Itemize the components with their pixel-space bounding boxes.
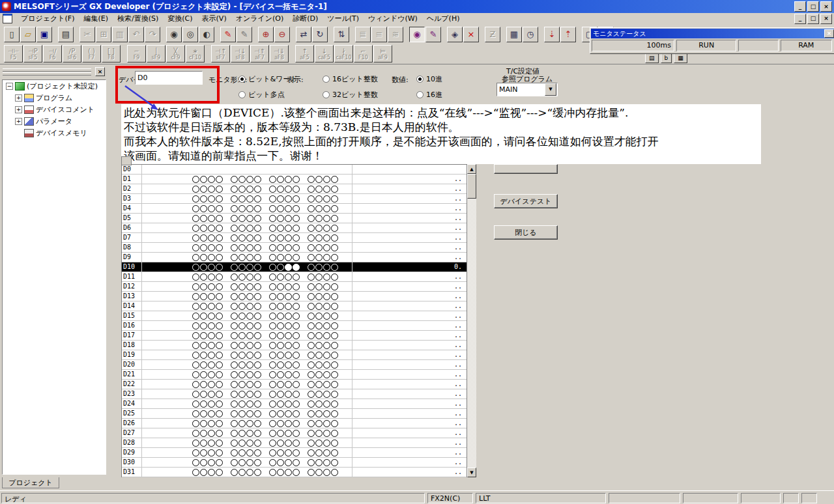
bit-circle-icon[interactable] [200,352,207,359]
bit-circle-icon[interactable] [200,440,207,447]
bit-circle-icon[interactable] [192,283,199,290]
bit-circle-icon[interactable] [231,342,238,349]
bit-circle-icon[interactable] [277,410,284,417]
bit-circle-icon[interactable] [208,352,215,359]
save-project-button[interactable]: ▣ [36,27,52,42]
bit-circle-icon[interactable] [293,391,300,398]
bit-circle-icon[interactable] [238,176,246,183]
bit-circle-icon[interactable] [308,391,315,398]
bit-circle-icon[interactable] [308,215,315,222]
bit-circle-icon[interactable] [200,215,207,222]
bit-circle-icon[interactable] [331,352,338,359]
bit-circle-icon[interactable] [285,352,292,359]
bit-circle-icon[interactable] [293,234,300,242]
bit-circle-icon[interactable] [246,420,253,427]
monitor-status-close-button[interactable]: × [824,29,834,38]
bit-circle-icon[interactable] [208,303,215,310]
bit-circle-icon[interactable] [216,303,223,310]
table-row-D11[interactable]: D11.. [122,272,467,282]
device-batch-replace-button[interactable]: ◐ [199,27,214,42]
bit-circle-icon[interactable] [308,225,315,232]
bit-circle-icon[interactable] [277,381,284,388]
bit-circle-icon[interactable] [192,381,199,388]
bit-circle-icon[interactable] [246,322,253,329]
bit-circle-icon[interactable] [208,205,215,212]
bit-circle-icon[interactable] [200,225,207,232]
bit-circle-icon[interactable] [192,215,199,222]
bit-circle-icon[interactable] [285,371,292,378]
bit-circle-icon[interactable] [208,459,215,466]
bit-circle-icon[interactable] [192,254,199,261]
bit-circle-icon[interactable] [308,352,315,359]
bit-circle-icon[interactable] [331,225,338,232]
table-row-D13[interactable]: D13.. [122,292,467,301]
bit-circle-icon[interactable] [269,195,276,203]
bit-circle-icon[interactable] [315,254,323,261]
bit-circle-icon[interactable] [238,391,246,398]
bit-circle-icon[interactable] [246,371,253,378]
bit-circle-icon[interactable] [208,186,215,193]
tree-root-item[interactable]: −(プロジェクト未設定) [3,80,106,92]
bit-circle-icon[interactable] [254,313,261,320]
ladder-marker-off-button[interactable]: ✎ [237,27,252,42]
bit-circle-icon[interactable] [246,273,253,281]
bit-circle-icon[interactable] [308,176,315,183]
bit-circle-icon[interactable] [323,449,330,456]
bit-circle-icon[interactable] [308,313,315,320]
radio-icon[interactable] [416,91,424,98]
bit-circle-icon[interactable] [216,400,223,408]
bit-circle-icon[interactable] [277,352,284,359]
radio-option[interactable]: 16ビット整数 [323,74,378,84]
bit-circle-icon[interactable] [285,322,292,329]
bit-circle-icon[interactable] [323,254,330,261]
bit-circle-icon[interactable] [269,352,276,359]
bit-circle-icon[interactable] [269,254,276,261]
project-panel-close-button[interactable]: × [95,67,105,76]
bit-circle-icon[interactable] [231,420,238,427]
bit-circle-icon[interactable] [192,313,199,320]
bit-circle-icon[interactable] [231,459,238,466]
bit-circle-icon[interactable] [331,420,338,427]
table-row-D15[interactable]: D15.. [122,311,467,321]
bit-circle-icon[interactable] [238,303,246,310]
bit-circle-icon[interactable] [323,244,330,251]
bit-circle-icon[interactable] [231,322,238,329]
bit-circle-icon[interactable] [200,273,207,281]
bit-circle-icon[interactable] [269,234,276,242]
scroll-down-icon[interactable]: ▼ [467,468,476,477]
bit-circle-icon[interactable] [293,410,300,417]
scroll-up-icon[interactable]: ▲ [467,164,476,174]
bit-circle-icon[interactable] [254,459,261,466]
bit-circle-icon[interactable] [269,186,276,193]
bit-circle-icon[interactable] [246,293,253,300]
bit-circle-icon[interactable] [254,215,261,222]
bit-circle-icon[interactable] [208,420,215,427]
radio-icon[interactable] [238,91,246,98]
device-input[interactable] [135,71,203,85]
bit-circle-icon[interactable] [331,361,338,369]
bit-circle-icon[interactable] [285,264,292,271]
bit-circle-icon[interactable] [269,342,276,349]
bit-circle-icon[interactable] [293,449,300,456]
table-row-D1[interactable]: D1.. [122,175,467,184]
open-project-button[interactable]: ▱ [20,27,36,42]
bit-circle-icon[interactable] [246,391,253,398]
monitor-stop-button[interactable]: × [463,27,479,42]
bit-circle-icon[interactable] [238,352,246,359]
bit-circle-icon[interactable] [269,332,276,339]
bit-circle-icon[interactable] [323,400,330,408]
bit-circle-icon[interactable] [246,381,253,388]
bit-circle-icon[interactable] [254,469,261,476]
tree-item-comment[interactable]: +デバイスコメント [3,104,106,115]
bit-circle-icon[interactable] [269,391,276,398]
bit-circle-icon[interactable] [285,313,292,320]
bit-circle-icon[interactable] [254,352,261,359]
table-row-D29[interactable]: D29.. [122,448,467,458]
bit-circle-icon[interactable] [285,244,292,251]
menu-help[interactable]: ヘルプ(H) [422,13,465,24]
bit-circle-icon[interactable] [293,371,300,378]
bit-circle-icon[interactable] [254,332,261,339]
bit-circle-icon[interactable] [238,361,246,369]
bit-circle-icon[interactable] [269,469,276,476]
table-row-D2[interactable]: D2.. [122,184,467,194]
